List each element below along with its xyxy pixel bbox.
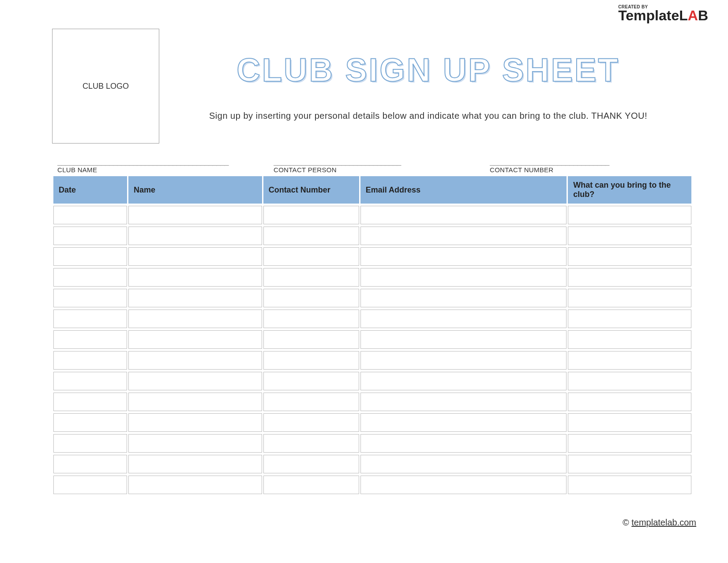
table-cell (128, 351, 262, 370)
table-cell (568, 413, 691, 432)
table-cell (128, 310, 262, 328)
table-cell (263, 206, 359, 224)
contact-person-label: CONTACT PERSON (274, 166, 477, 174)
table-cell (263, 227, 359, 245)
table-cell (360, 206, 567, 224)
table-cell (53, 434, 127, 453)
table-cell (568, 455, 691, 473)
table-cell (360, 289, 567, 307)
table-cell (263, 372, 359, 390)
table-cell (53, 455, 127, 473)
table-cell (360, 351, 567, 370)
table-cell (128, 268, 262, 287)
table-cell (53, 247, 127, 266)
table-cell (53, 330, 127, 349)
table-cell (360, 372, 567, 390)
table-cell (53, 351, 127, 370)
table-cell (360, 393, 567, 411)
signup-table: Date Name Contact Number Email Address W… (52, 174, 693, 496)
table-cell (263, 476, 359, 494)
table-cell (568, 393, 691, 411)
table-cell (53, 476, 127, 494)
table-cell (568, 247, 691, 266)
col-contact-number: Contact Number (263, 176, 359, 204)
signup-table-container: Date Name Contact Number Email Address W… (52, 174, 693, 496)
table-row (53, 289, 691, 307)
subtitle: Sign up by inserting your personal detai… (195, 111, 662, 121)
table-cell (128, 289, 262, 307)
brand-logo: CREATED BY TemplateLAB (618, 4, 708, 22)
table-cell (568, 372, 691, 390)
club-logo-placeholder: CLUB LOGO (52, 29, 159, 144)
table-cell (360, 310, 567, 328)
table-cell (53, 413, 127, 432)
table-cell (568, 268, 691, 287)
contact-person-field: ________________________________ CONTACT… (274, 157, 477, 174)
table-cell (263, 268, 359, 287)
table-cell (263, 413, 359, 432)
table-cell (568, 434, 691, 453)
table-cell (360, 268, 567, 287)
table-row (53, 330, 691, 349)
table-cell (128, 434, 262, 453)
table-row (53, 206, 691, 224)
table-row (53, 455, 691, 473)
table-cell (128, 413, 262, 432)
table-cell (53, 227, 127, 245)
table-cell (263, 310, 359, 328)
brand-name: TemplateLAB (618, 9, 708, 22)
table-cell (263, 289, 359, 307)
table-cell (53, 372, 127, 390)
table-cell (128, 455, 262, 473)
table-cell (360, 330, 567, 349)
table-header-row: Date Name Contact Number Email Address W… (53, 176, 691, 204)
table-cell (263, 393, 359, 411)
copyright-symbol: © (623, 518, 629, 527)
table-row (53, 227, 691, 245)
table-cell (53, 268, 127, 287)
table-cell (128, 330, 262, 349)
title-section: CLUB SIGN UP SHEET Sign up by inserting … (195, 51, 662, 121)
table-cell (360, 247, 567, 266)
fields-row: ________________________________________… (57, 157, 693, 174)
table-cell (568, 310, 691, 328)
table-cell (568, 206, 691, 224)
col-name: Name (128, 176, 262, 204)
table-row (53, 310, 691, 328)
col-date: Date (53, 176, 127, 204)
header-section: CLUB LOGO CLUB SIGN UP SHEET Sign up by … (52, 29, 724, 144)
table-cell (568, 330, 691, 349)
table-cell (568, 289, 691, 307)
table-cell (568, 351, 691, 370)
table-row (53, 413, 691, 432)
footer-link[interactable]: templatelab.com (631, 518, 696, 527)
col-bring: What can you bring to the club? (568, 176, 691, 204)
table-cell (128, 247, 262, 266)
table-row (53, 351, 691, 370)
table-cell (263, 247, 359, 266)
table-cell (263, 351, 359, 370)
table-row (53, 372, 691, 390)
table-cell (568, 227, 691, 245)
table-row (53, 434, 691, 453)
club-name-field: ________________________________________… (57, 157, 260, 174)
table-cell (263, 434, 359, 453)
table-cell (263, 330, 359, 349)
table-cell (360, 476, 567, 494)
table-cell (53, 393, 127, 411)
table-row (53, 247, 691, 266)
table-cell (263, 455, 359, 473)
table-cell (360, 413, 567, 432)
table-row (53, 268, 691, 287)
table-cell (128, 372, 262, 390)
table-row (53, 476, 691, 494)
main-title: CLUB SIGN UP SHEET (195, 51, 662, 89)
table-cell (53, 206, 127, 224)
table-cell (360, 434, 567, 453)
table-cell (128, 206, 262, 224)
table-cell (128, 393, 262, 411)
contact-number-field: ______________________________ CONTACT N… (490, 157, 693, 174)
club-name-label: CLUB NAME (57, 166, 260, 174)
table-cell (128, 227, 262, 245)
table-cell (360, 227, 567, 245)
